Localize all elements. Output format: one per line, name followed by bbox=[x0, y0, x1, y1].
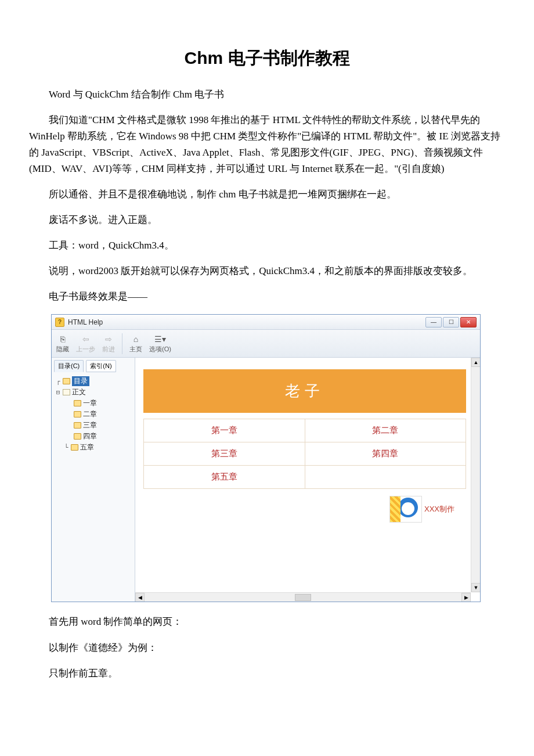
maximize-button[interactable]: ☐ bbox=[443, 317, 459, 327]
page-icon bbox=[71, 444, 78, 451]
doraemon-image bbox=[389, 496, 422, 523]
toolbar-label: 上一步 bbox=[76, 345, 95, 354]
chapter-link[interactable]: 第二章 bbox=[305, 419, 467, 442]
content-viewer: 老子 第一章 第二章 第三章 第四章 第五章 . bbox=[135, 358, 480, 602]
minimize-button[interactable]: — bbox=[425, 317, 442, 327]
paragraph: 废话不多说。进入正题。 bbox=[29, 212, 505, 228]
close-button[interactable]: ✕ bbox=[460, 317, 477, 327]
toolbar-label: 隐藏 bbox=[56, 345, 69, 354]
page-title: Chm 电子书制作教程 bbox=[29, 46, 505, 70]
tab-index[interactable]: 索引(N) bbox=[86, 360, 116, 372]
chapter-link[interactable]: 第四章 bbox=[305, 442, 467, 465]
tree-chapter-item[interactable]: 二章 bbox=[54, 409, 132, 420]
navigation-sidebar: 目录(C) 索引(N) ┌ 目录 ⊟ 正文 bbox=[52, 358, 135, 602]
vertical-scrollbar[interactable]: ▲ ▼ bbox=[471, 358, 480, 592]
paragraph: 我们知道"CHM 文件格式是微软 1998 年推出的基于 HTML 文件特性的帮… bbox=[29, 112, 505, 177]
tree-chapter-item[interactable]: 三章 bbox=[54, 420, 132, 431]
collapse-icon: ⊟ bbox=[55, 388, 61, 396]
scroll-left-icon[interactable]: ◀ bbox=[135, 593, 145, 602]
forward-button[interactable]: ⇨ 前进 bbox=[102, 334, 115, 354]
tree-line-icon: ┌ bbox=[55, 377, 61, 385]
tree-chapter-item[interactable]: └ 五章 bbox=[54, 442, 132, 453]
chapter-link[interactable]: 第五章 bbox=[143, 466, 305, 488]
tree-label: 一章 bbox=[83, 398, 97, 408]
horizontal-scrollbar[interactable]: ◀ ▶ bbox=[135, 592, 471, 602]
tree-chapter-item[interactable]: 四章 bbox=[54, 431, 132, 442]
options-icon: ☰▾ bbox=[154, 334, 166, 344]
arrow-right-icon: ⇨ bbox=[103, 334, 114, 344]
tree-label: 正文 bbox=[72, 387, 86, 397]
home-icon: ⌂ bbox=[130, 334, 142, 344]
hide-icon: ⎘ bbox=[57, 334, 68, 344]
window-title: HTML Help bbox=[68, 318, 425, 326]
tree-label: 二章 bbox=[83, 409, 97, 419]
back-button[interactable]: ⇦ 上一步 bbox=[76, 334, 95, 354]
arrow-left-icon: ⇦ bbox=[80, 334, 92, 344]
page-icon bbox=[74, 433, 81, 440]
toolbar-label: 前进 bbox=[102, 345, 115, 354]
subtitle-paragraph: Word 与 QuickChm 结合制作 Chm 电子书 bbox=[29, 87, 505, 103]
window-titlebar: ? HTML Help — ☐ ✕ bbox=[52, 315, 480, 330]
toolbar-separator bbox=[122, 333, 122, 354]
hide-button[interactable]: ⎘ 隐藏 bbox=[56, 334, 69, 354]
scroll-thumb[interactable] bbox=[295, 594, 311, 601]
options-button[interactable]: ☰▾ 选项(O) bbox=[149, 334, 171, 354]
chm-help-window: ? HTML Help — ☐ ✕ ⎘ 隐藏 ⇦ 上一步 ⇨ 前进 bbox=[51, 314, 481, 602]
book-icon bbox=[63, 389, 70, 395]
chapter-grid: 第一章 第二章 第三章 第四章 第五章 . bbox=[143, 419, 466, 489]
paragraph: 首先用 word 制作简单的网页： bbox=[29, 614, 505, 630]
toolbar-label: 选项(O) bbox=[149, 345, 171, 354]
tab-contents[interactable]: 目录(C) bbox=[54, 360, 84, 372]
credit-text: XXX制作 bbox=[424, 504, 454, 514]
page-icon bbox=[63, 378, 70, 384]
tree-body-item[interactable]: ⊟ 正文 bbox=[54, 387, 132, 398]
paragraph: 以制作《道德经》为例： bbox=[29, 640, 505, 656]
tree-label: 目录 bbox=[72, 376, 89, 386]
toolbar: ⎘ 隐藏 ⇦ 上一步 ⇨ 前进 ⌂ 主页 ☰▾ 选项(O) bbox=[52, 330, 480, 358]
scroll-right-icon[interactable]: ▶ bbox=[461, 593, 471, 602]
page-icon bbox=[74, 422, 81, 429]
paragraph: 只制作前五章。 bbox=[29, 665, 505, 682]
help-file-icon: ? bbox=[55, 318, 64, 327]
paragraph: 工具：word，QuickChm3.4。 bbox=[29, 237, 505, 254]
tree-line-icon: └ bbox=[63, 444, 69, 451]
home-button[interactable]: ⌂ 主页 bbox=[129, 334, 142, 354]
paragraph: 电子书最终效果是—— bbox=[29, 289, 505, 305]
tree-label: 三章 bbox=[83, 420, 97, 430]
scroll-down-icon[interactable]: ▼ bbox=[471, 583, 480, 592]
page-icon bbox=[74, 411, 81, 417]
document-body: Chm 电子书制作教程 Word 与 QuickChm 结合制作 Chm 电子书… bbox=[29, 46, 505, 682]
paragraph: 说明，word2003 版开始就可以保存为网页格式，QuickChm3.4，和之… bbox=[29, 263, 505, 279]
empty-cell: . bbox=[305, 466, 467, 488]
content-hero-title: 老子 bbox=[143, 369, 466, 413]
paragraph: 所以通俗、并且不是很准确地说，制作 chm 电子书就是把一堆网页捆绑在一起。 bbox=[29, 186, 505, 203]
contents-tree: ┌ 目录 ⊟ 正文 一章 二章 bbox=[54, 376, 132, 453]
scroll-up-icon[interactable]: ▲ bbox=[471, 358, 480, 367]
tree-chapter-item[interactable]: 一章 bbox=[54, 398, 132, 409]
chapter-link[interactable]: 第三章 bbox=[143, 442, 305, 465]
page-icon bbox=[74, 400, 81, 406]
tree-label: 五章 bbox=[80, 442, 94, 452]
chapter-link[interactable]: 第一章 bbox=[143, 419, 305, 442]
toolbar-label: 主页 bbox=[129, 345, 142, 354]
tree-root-item[interactable]: ┌ 目录 bbox=[54, 376, 132, 387]
tree-label: 四章 bbox=[83, 431, 97, 441]
